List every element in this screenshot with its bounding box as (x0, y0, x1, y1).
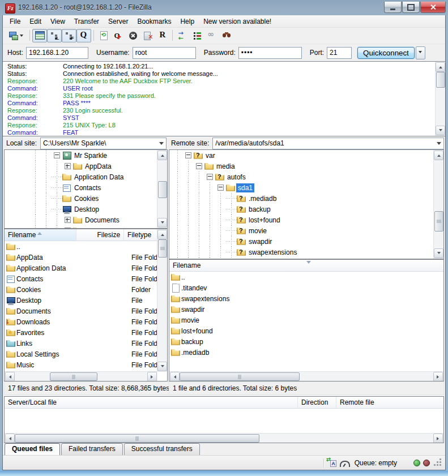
column-header-remote-file[interactable]: Remote file (336, 397, 443, 408)
scroll-down-button[interactable] (157, 362, 167, 371)
column-header-direction[interactable]: Direction (298, 397, 336, 408)
expand-expander[interactable] (65, 163, 71, 169)
scrollbar-thumb[interactable] (158, 181, 167, 198)
scroll-up-button[interactable] (157, 230, 167, 239)
file-row[interactable]: CookiesFolder (5, 284, 157, 295)
transfer-type-icon[interactable] (327, 458, 336, 467)
scrollbar-thumb[interactable] (180, 372, 300, 381)
cancel-button[interactable] (126, 29, 140, 42)
search-button[interactable] (219, 29, 234, 42)
collapse-expander[interactable] (207, 174, 213, 180)
collapse-expander[interactable] (54, 152, 60, 158)
compare-directories-button[interactable] (175, 29, 190, 42)
host-input[interactable] (26, 47, 88, 59)
scroll-down-button[interactable] (436, 126, 445, 135)
reconnect-button[interactable] (155, 29, 170, 42)
file-row[interactable]: Application DataFile Folder (5, 263, 157, 273)
scrollbar-thumb[interactable] (50, 372, 97, 381)
tree-item-media[interactable]: media (169, 161, 443, 171)
menu-bookmarks[interactable]: Bookmarks (133, 16, 176, 27)
scroll-right-button[interactable] (433, 372, 443, 381)
transfer-queue-panel[interactable]: Server/Local file Direction Remote file (4, 396, 444, 443)
file-row[interactable]: ContactsFile Folder (5, 273, 157, 284)
resize-grip[interactable] (434, 459, 442, 466)
expand-expander[interactable] (65, 217, 71, 223)
collapse-expander[interactable] (217, 185, 224, 191)
menu-edit[interactable]: Edit (25, 16, 46, 27)
file-row[interactable]: DownloadsFile Folder (5, 316, 157, 327)
scrollbar-thumb[interactable] (158, 239, 167, 258)
scroll-left-button[interactable] (5, 434, 15, 443)
tree-item-backup[interactable]: backup (169, 204, 443, 215)
close-button[interactable] (420, 2, 446, 13)
maximize-button[interactable] (402, 2, 420, 13)
log-scrollbar[interactable] (435, 62, 445, 136)
file-row[interactable]: swapextensions (169, 293, 443, 304)
file-row[interactable]: DesktopFile (5, 295, 157, 306)
message-log[interactable]: Status:Connecting to 192.168.1.20:21... … (3, 61, 445, 136)
toggle-remote-tree-button[interactable]: F (62, 29, 76, 42)
scroll-left-button[interactable] (5, 372, 15, 381)
disconnect-button[interactable] (140, 29, 155, 42)
file-row[interactable]: .titandev (169, 282, 443, 293)
column-header-filename[interactable]: Filename (5, 229, 76, 241)
tree-item-autofs[interactable]: autofs (169, 171, 443, 182)
scroll-up-button[interactable] (436, 62, 445, 72)
file-row[interactable]: FavoritesFile Folder (5, 327, 157, 338)
file-row[interactable]: .mediadb (169, 347, 443, 358)
local-tree-scrollbar[interactable] (157, 150, 167, 228)
scrollbar-thumb[interactable] (15, 434, 259, 443)
menu-view[interactable]: View (46, 16, 70, 27)
scroll-right-button[interactable] (433, 434, 443, 443)
menu-server[interactable]: Server (104, 16, 133, 27)
tree-item-documents[interactable]: Documents (5, 215, 167, 225)
file-row[interactable]: swapdir (169, 304, 443, 315)
file-row[interactable]: Local SettingsFile Folder (5, 349, 157, 359)
file-row[interactable]: backup (169, 336, 443, 347)
menu-transfer[interactable]: Transfer (70, 16, 104, 27)
selected-tree-item[interactable]: sda1 (236, 183, 254, 192)
tree-item-mediadb[interactable]: .mediadb (169, 193, 443, 204)
file-row[interactable]: LinksFile Folder (5, 338, 157, 349)
tree-item-movie[interactable]: movie (169, 225, 443, 236)
toggle-local-tree-button[interactable]: L (47, 29, 62, 42)
remote-list-hscrollbar[interactable] (169, 371, 443, 381)
file-row[interactable]: MusicFile Folder (5, 359, 157, 370)
minimize-button[interactable] (384, 2, 402, 13)
port-input[interactable] (327, 47, 352, 59)
site-manager-button[interactable] (6, 29, 27, 42)
file-row-updir[interactable]: .. (5, 241, 157, 252)
tree-item-sda1[interactable]: sda1 (169, 182, 443, 193)
scrollbar-thumb[interactable] (434, 211, 443, 231)
file-row[interactable]: AppDataFile Folder (5, 252, 157, 263)
tree-item-lost-found[interactable]: lost+found (169, 215, 443, 225)
tree-item-mr-sparkle[interactable]: Mr Sparkle (5, 150, 167, 161)
local-path-combobox[interactable]: C:\Users\Mr Sparkle\ (40, 138, 167, 149)
sync-browsing-button[interactable] (204, 29, 219, 42)
column-header-filetype[interactable]: Filetype (124, 229, 160, 241)
column-header-server-local-file[interactable]: Server/Local file (5, 397, 298, 408)
speed-limit-icon[interactable] (340, 461, 350, 467)
tree-item-appdata[interactable]: AppData (5, 161, 167, 171)
remote-file-list[interactable]: Filename .. .titandev swapextensions swa… (169, 259, 444, 381)
title-bar[interactable]: Fz 192.168.1.20 - root@192.168.1.20 - Fi… (0, 0, 448, 15)
file-row[interactable]: lost+found (169, 325, 443, 336)
tree-item-swapdir[interactable]: swapdir (169, 236, 443, 247)
local-tree[interactable]: Mr Sparkle AppData Application Data Cont… (4, 149, 168, 229)
filter-button[interactable] (190, 29, 204, 42)
remote-tree-scrollbar[interactable] (433, 150, 443, 259)
menu-new-version[interactable]: New version available! (199, 16, 276, 27)
username-input[interactable] (133, 47, 196, 59)
scroll-up-button[interactable] (157, 151, 167, 160)
collapse-expander[interactable] (185, 152, 191, 158)
file-row[interactable]: movie (169, 315, 443, 325)
quickconnect-dropdown-button[interactable] (416, 46, 425, 59)
file-row[interactable]: DocumentsFile Folder (5, 306, 157, 316)
scroll-right-button[interactable] (147, 372, 157, 381)
remote-tree[interactable]: var media autofs sda1 .mediadb backup lo… (169, 149, 444, 259)
scroll-left-button[interactable] (170, 372, 180, 381)
scroll-up-button[interactable] (434, 151, 443, 160)
tree-item-var[interactable]: var (169, 150, 443, 161)
tree-item-contacts[interactable]: Contacts (5, 182, 167, 193)
refresh-button[interactable] (96, 29, 111, 42)
